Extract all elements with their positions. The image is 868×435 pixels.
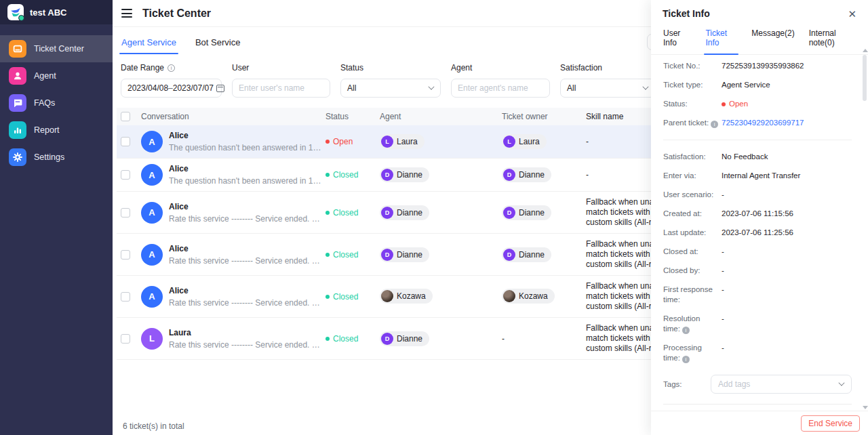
- sidebar-item-ticket-center[interactable]: Ticket Center: [0, 35, 113, 62]
- tab-agent-service[interactable]: Agent Service: [121, 37, 176, 54]
- sidebar-item-report[interactable]: Report: [0, 117, 113, 144]
- person-chip[interactable]: DDianne: [380, 205, 429, 220]
- conversation-text: AliceRate this service -------- Service …: [169, 244, 322, 266]
- panel-scrollbar[interactable]: [862, 49, 867, 409]
- status-select[interactable]: All: [340, 79, 441, 98]
- sidebar-nav: Ticket CenterAgentFAQsReportSettings: [0, 24, 113, 171]
- status-cell: Closed: [326, 250, 380, 260]
- row-checkbox[interactable]: [121, 137, 130, 146]
- conversation-cell: LLauraRate this service -------- Service…: [141, 328, 326, 350]
- sidebar-item-settings[interactable]: Settings: [0, 144, 113, 171]
- tags-placeholder: Add tags: [718, 379, 750, 389]
- satisfaction-filter-label: Satisfaction: [560, 63, 655, 72]
- field-value: 7252539139935993862: [722, 61, 804, 71]
- conversation-preview: Rate this service -------- Service ended…: [169, 256, 322, 266]
- date-range-filter: Date Range i 2023/04/08 – 2023/07/07: [121, 63, 222, 98]
- info-icon[interactable]: i: [167, 64, 175, 72]
- conversation-text: AliceThe question hasn't been answered i…: [169, 131, 322, 152]
- row-checkbox[interactable]: [121, 170, 130, 180]
- person-chip[interactable]: DDianne: [502, 205, 551, 220]
- status-filter-label: Status: [340, 63, 441, 72]
- end-service-button[interactable]: End Service: [801, 415, 860, 432]
- person-chip[interactable]: DDianne: [502, 167, 551, 182]
- select-all-checkbox[interactable]: [121, 112, 130, 121]
- sidebar-item-faqs[interactable]: FAQs: [0, 89, 113, 117]
- scroll-up-icon[interactable]: [863, 49, 868, 52]
- person-name: Dianne: [397, 334, 422, 344]
- person-chip[interactable]: Kozawa: [502, 289, 555, 304]
- satisfaction-select[interactable]: All: [560, 79, 655, 98]
- scroll-down-icon[interactable]: [863, 406, 868, 409]
- chevron-down-icon: [838, 379, 844, 386]
- agent-filter: Agent: [451, 63, 550, 98]
- person-avatar: D: [381, 169, 393, 181]
- agent-cell: DDianne: [380, 331, 502, 346]
- tab-bot-service[interactable]: Bot Service: [195, 37, 240, 54]
- person-avatar: D: [381, 207, 393, 219]
- conversation-preview: Rate this service -------- Service ended…: [169, 298, 322, 308]
- panel-field: User scenario:-: [663, 190, 852, 200]
- user-name: Alice: [169, 164, 322, 173]
- field-label: Ticket type:: [663, 80, 722, 90]
- date-range-input[interactable]: 2023/04/08 – 2023/07/07: [121, 79, 222, 98]
- row-checkbox[interactable]: [121, 334, 130, 344]
- user-name: Alice: [169, 244, 322, 253]
- sidebar-item-agent[interactable]: Agent: [0, 62, 113, 89]
- info-icon[interactable]: i: [682, 327, 690, 334]
- close-icon[interactable]: ✕: [848, 9, 856, 19]
- field-value: 2023-07-06 11:15:56: [722, 209, 793, 219]
- person-chip[interactable]: LLaura: [502, 134, 547, 149]
- person-name: Kozawa: [519, 291, 548, 301]
- person-chip[interactable]: LLaura: [380, 134, 425, 149]
- ticket-icon: [9, 40, 26, 58]
- field-value: Internal Agent Transfer: [722, 171, 800, 181]
- person-chip[interactable]: DDianne: [380, 167, 429, 182]
- date-end: 2023/07/07: [173, 83, 214, 93]
- owner-dash: -: [502, 334, 505, 344]
- ticket-owner-cell: DDianne: [502, 167, 586, 182]
- panel-field: Parent ticket:i7252304929203699717: [663, 118, 852, 128]
- person-name: Dianne: [397, 170, 422, 180]
- field-value: -: [722, 285, 724, 305]
- agent-search-input[interactable]: [458, 83, 543, 93]
- status-cell: Closed: [326, 208, 380, 218]
- app-logo-icon: [7, 4, 24, 20]
- row-checkbox[interactable]: [121, 292, 130, 302]
- person-name: Dianne: [397, 208, 422, 218]
- page-title: Ticket Center: [142, 7, 211, 20]
- user-avatar: A: [141, 131, 163, 152]
- field-value[interactable]: 7252304929203699717: [722, 118, 804, 128]
- satisfaction-filter: Satisfaction All: [560, 63, 655, 98]
- info-icon[interactable]: i: [682, 356, 690, 363]
- panel-field: Closed at:-: [663, 247, 852, 257]
- status-text: Closed: [333, 208, 358, 218]
- row-checkbox[interactable]: [121, 208, 130, 218]
- person-avatar: D: [503, 249, 515, 261]
- field-value: Open: [722, 99, 748, 109]
- sidebar-item-label: Ticket Center: [34, 44, 84, 54]
- field-label: Resolution time:i: [663, 314, 722, 334]
- panel-field: Satisfaction:No Feedback: [663, 152, 852, 162]
- row-checkbox[interactable]: [121, 250, 130, 260]
- info-icon[interactable]: i: [711, 121, 718, 128]
- panel-field: Ticket No.:7252539139935993862: [663, 61, 852, 71]
- field-label: Last update:: [663, 228, 722, 238]
- panel-field: Processing time:i-: [663, 343, 852, 363]
- person-chip[interactable]: DDianne: [380, 247, 429, 262]
- person-chip[interactable]: Kozawa: [380, 289, 433, 304]
- person-chip[interactable]: DDianne: [380, 331, 429, 346]
- tags-select[interactable]: Add tags: [711, 375, 852, 394]
- user-filter: User: [232, 63, 330, 98]
- person-chip[interactable]: DDianne: [502, 247, 551, 262]
- user-search-input[interactable]: [239, 83, 323, 93]
- row-checkbox-cell: [121, 170, 141, 180]
- user-avatar: A: [141, 164, 163, 186]
- panel-field: Closed by:-: [663, 266, 852, 276]
- scrollbar-thumb[interactable]: [863, 55, 867, 101]
- person-name: Laura: [397, 137, 418, 146]
- menu-toggle-icon[interactable]: [121, 9, 132, 18]
- status-dot-icon: [722, 102, 726, 106]
- user-avatar: L: [141, 328, 163, 350]
- agent-cell: DDianne: [380, 167, 502, 182]
- field-label: User scenario:: [663, 190, 722, 200]
